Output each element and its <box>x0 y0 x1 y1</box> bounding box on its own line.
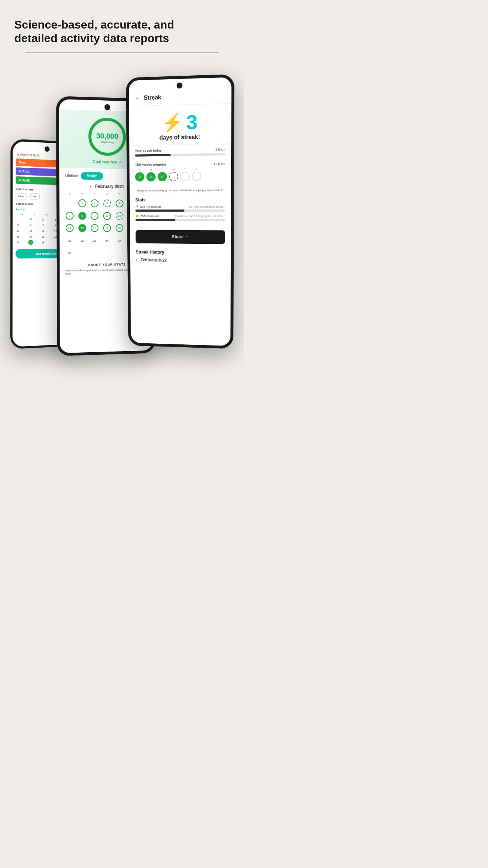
streak-days-label: days of streak! <box>135 133 225 141</box>
lightning-icon: ⚡ <box>162 113 183 131</box>
stat-cal-note: You will lose about 8-10kg by the end of… <box>174 215 225 217</box>
phone-right: ← Streak ⚡ 3 days of streak! Your streak… <box>126 74 234 349</box>
week-progress-title-row: This weeks progress 12.5 km <box>135 162 225 166</box>
streak-today-progress-track <box>135 153 225 157</box>
week-day-m: M ✓ <box>146 168 156 181</box>
header-title: Science-based, accurate, and detailed ac… <box>14 18 230 45</box>
tab-month[interactable]: Month <box>81 172 103 180</box>
streak-hero: ⚡ 3 days of streak! <box>129 104 232 145</box>
steps-number: 30,000 <box>96 132 118 141</box>
stat-km-bar-fill <box>136 210 184 212</box>
streak-today-progress-fill <box>135 154 171 156</box>
stat-cal-bar-fill <box>136 219 176 221</box>
streak-history-prev-arrow[interactable]: ‹ <box>136 257 137 262</box>
tab-lifetime[interactable]: Lifetime <box>65 173 78 178</box>
phone-left-notch <box>45 146 50 152</box>
streak-number-row: ⚡ 3 <box>134 111 225 133</box>
stat-cal-info-row: 🔥 2563 Cal burnt You will lose about 8-1… <box>136 215 225 218</box>
stat-km-bar-track <box>136 210 225 212</box>
back-arrow-icon[interactable]: ← <box>134 95 140 101</box>
week-day-circle-t1: ✓ <box>158 172 167 181</box>
min-input[interactable]: Min <box>30 193 40 200</box>
week-days-row: S ✓ M ✓ T ✓ W <box>135 168 225 182</box>
stat-row-cal: 🔥 2563 Cal burnt You will lose about 8-1… <box>136 215 225 221</box>
week-progress-section: This weeks progress 12.5 km S ✓ M ✓ <box>129 159 231 187</box>
steps-circle: 30,000 Steps today <box>87 116 127 157</box>
week-day-circle-s1: ✓ <box>135 172 144 181</box>
streak-today-section: Your streak today 2.5 km <box>129 143 231 160</box>
workout-walk-icon <box>19 179 21 181</box>
streak-info-text: Doing an activity daily grows your strea… <box>129 186 231 195</box>
phone-right-notch <box>177 82 182 89</box>
week-progress-label: This weeks progress <box>135 162 167 166</box>
stats-title: Stats <box>135 197 225 202</box>
hour-input[interactable]: Hour <box>16 193 27 199</box>
share-button[interactable]: Share ↑ <box>136 230 225 244</box>
stat-row-km: 📍 676 Km covered You have walked about 1… <box>135 205 225 212</box>
month-chevron-icon: ▾ <box>23 208 25 211</box>
week-day-circle-f <box>192 172 201 181</box>
time-colon: : <box>28 195 29 198</box>
header-divider <box>25 52 219 53</box>
week-day-circle-m: ✓ <box>146 172 156 181</box>
streak-history-month: February 2022 <box>141 258 167 262</box>
week-day-f: F <box>192 168 201 181</box>
stat-km-label: 📍 676 Km covered <box>135 205 161 208</box>
streak-title: Streak <box>144 94 161 101</box>
streak-today-dist: 2.5 km <box>215 147 225 151</box>
week-progress-value: 12.5 km <box>214 162 225 166</box>
streak-history-section: Streak History ‹ February 2022 <box>130 247 231 266</box>
calendar-month-title: February 2021 <box>95 184 124 189</box>
week-day-circle-t2 <box>181 172 190 181</box>
page-wrapper: Science-based, accurate, and detailed ac… <box>0 0 244 434</box>
phones-container: a Workout type Run Ride Walk Select a ti… <box>11 71 233 392</box>
streak-today-row: Your streak today 2.5 km <box>135 147 225 152</box>
stat-km-note: You have walked about 10kms... <box>189 206 225 208</box>
cal-prev-arrow[interactable]: ‹ <box>90 183 92 189</box>
phone-middle-notch <box>105 104 110 110</box>
workout-ride-icon <box>19 170 21 172</box>
streak-history-title: Streak History <box>136 249 225 255</box>
steps-label: Steps today <box>101 141 114 143</box>
week-day-w: W <box>169 168 178 181</box>
streak-today-label: Your streak today <box>135 148 162 152</box>
streak-number: 3 <box>186 112 198 132</box>
month-label[interactable]: April <box>16 208 22 211</box>
stats-section: Stats 📍 676 Km covered You have walked a… <box>130 194 231 227</box>
streak-header-bar: ← Streak <box>129 87 232 106</box>
phone-right-content: ← Streak ⚡ 3 days of streak! Your streak… <box>129 77 232 346</box>
streak-history-nav: ‹ February 2022 <box>136 257 225 263</box>
week-day-circle-w <box>169 172 178 181</box>
header: Science-based, accurate, and detailed ac… <box>11 14 233 60</box>
share-icon: ↑ <box>186 234 188 239</box>
week-day-s1: S ✓ <box>135 168 144 181</box>
week-day-t2: T <box>181 168 190 181</box>
stat-cal-bar-track <box>136 219 225 221</box>
stat-km-info-row: 📍 676 Km covered You have walked about 1… <box>135 205 225 208</box>
stat-cal-label: 🔥 2563 Cal burnt <box>136 215 159 218</box>
week-day-t1: T ✓ <box>158 168 167 181</box>
